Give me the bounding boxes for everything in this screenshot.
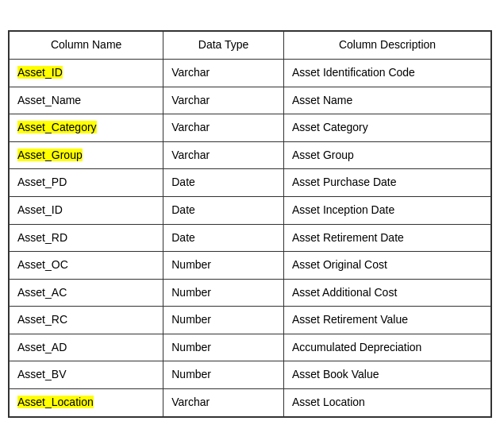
cell-column-description: Asset Original Cost (283, 252, 490, 280)
highlighted-column-name: Asset_ID (17, 66, 63, 79)
cell-data-type: Number (163, 334, 284, 361)
table-row: Asset_IDDateAsset Inception Date (10, 196, 491, 224)
table-row: Asset_IDVarcharAsset Identification Code (10, 59, 491, 87)
table-row: Asset_PDDateAsset Purchase Date (10, 169, 491, 197)
table-row: Asset_CategoryVarcharAsset Category (10, 114, 491, 142)
table-header-row: Column Name Data Type Column Description (10, 32, 491, 60)
table-row: Asset_ACNumberAsset Additional Cost (10, 279, 491, 307)
cell-column-description: Asset Group (283, 141, 490, 169)
cell-column-description: Asset Name (283, 87, 490, 114)
cell-column-name: Asset_PD (10, 169, 163, 197)
cell-column-description: Asset Identification Code (283, 59, 490, 87)
cell-data-type: Date (163, 169, 284, 197)
cell-column-description: Accumulated Depreciation (283, 334, 490, 361)
cell-data-type: Number (163, 361, 284, 389)
cell-column-name: Asset_AC (10, 279, 163, 307)
cell-column-name: Asset_OC (10, 252, 163, 280)
cell-data-type: Date (163, 196, 284, 224)
table-row: Asset_OCNumberAsset Original Cost (10, 252, 491, 280)
cell-data-type: Varchar (163, 114, 284, 142)
cell-data-type: Number (163, 307, 284, 334)
cell-column-description: Asset Purchase Date (283, 169, 490, 197)
cell-column-description: Asset Additional Cost (283, 279, 490, 307)
header-data-type: Data Type (163, 32, 284, 60)
cell-column-name: Asset_RD (10, 224, 163, 252)
cell-data-type: Number (163, 252, 284, 280)
cell-data-type: Varchar (163, 389, 284, 417)
cell-column-name: Asset_Group (10, 141, 163, 169)
cell-column-name: Asset_Name (10, 87, 163, 114)
cell-column-name: Asset_Category (10, 114, 163, 142)
cell-column-description: Asset Book Value (283, 361, 490, 389)
cell-data-type: Varchar (163, 141, 284, 169)
table-row: Asset_BVNumberAsset Book Value (10, 361, 491, 389)
header-column-name: Column Name (10, 32, 163, 60)
highlighted-column-name: Asset_Location (17, 396, 94, 408)
cell-column-description: Asset Category (283, 114, 490, 142)
cell-column-description: Asset Retirement Value (283, 307, 490, 334)
cell-data-type: Varchar (163, 87, 284, 114)
cell-column-description: Asset Inception Date (283, 196, 490, 224)
header-column-description: Column Description (283, 32, 490, 60)
cell-column-name: Asset_ID (10, 59, 163, 87)
table-row: Asset_RCNumberAsset Retirement Value (10, 307, 491, 334)
highlighted-column-name: Asset_Category (17, 121, 97, 133)
cell-column-name: Asset_ID (10, 196, 163, 224)
table-row: Asset_ADNumberAccumulated Depreciation (10, 334, 491, 361)
cell-column-name: Asset_Location (10, 389, 163, 417)
cell-column-description: Asset Location (283, 389, 490, 417)
cell-column-name: Asset_RC (10, 307, 163, 334)
table-row: Asset_RDDateAsset Retirement Date (10, 224, 491, 252)
cell-data-type: Date (163, 224, 284, 252)
cell-data-type: Varchar (163, 59, 284, 87)
cell-column-name: Asset_AD (10, 334, 163, 361)
data-table: Column Name Data Type Column Description… (8, 30, 492, 417)
table-row: Asset_GroupVarcharAsset Group (10, 141, 491, 169)
cell-column-name: Asset_BV (10, 361, 163, 389)
cell-data-type: Number (163, 279, 284, 307)
table-row: Asset_NameVarcharAsset Name (10, 87, 491, 114)
cell-column-description: Asset Retirement Date (283, 224, 490, 252)
highlighted-column-name: Asset_Group (17, 149, 83, 161)
table-row: Asset_LocationVarcharAsset Location (10, 389, 491, 417)
